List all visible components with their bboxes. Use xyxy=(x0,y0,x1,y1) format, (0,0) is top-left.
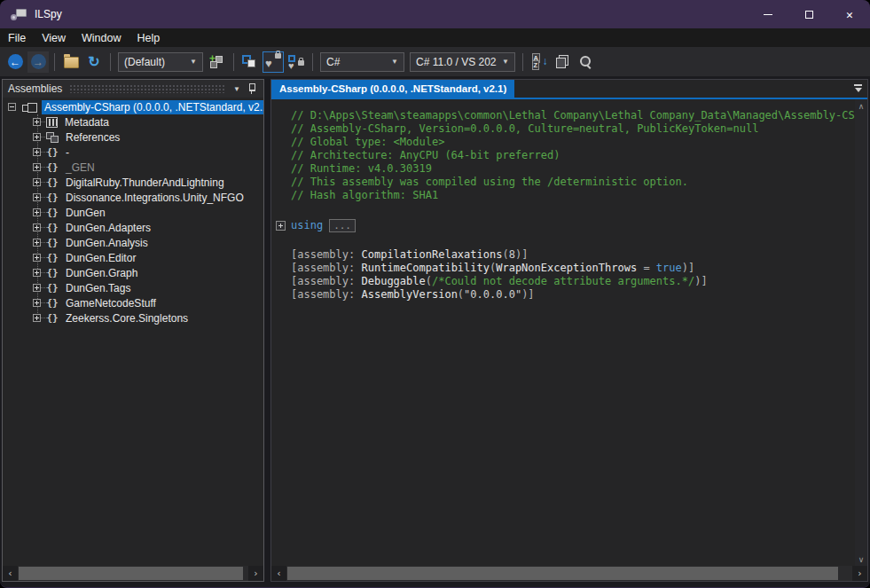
open-file-button[interactable] xyxy=(60,51,82,73)
menu-file[interactable]: File xyxy=(0,28,34,47)
maximize-button[interactable] xyxy=(788,0,829,28)
code-line: [assembly: RuntimeCompatibility(WrapNonE… xyxy=(271,262,855,275)
show-public-only-button[interactable]: ♥ xyxy=(263,51,284,73)
expand-icon[interactable] xyxy=(33,254,41,262)
expand-icon[interactable] xyxy=(33,178,41,186)
chevron-down-icon: ▼ xyxy=(391,58,398,66)
app-window: ILSpy ✕ File View Window Help ← → ↻ (Def… xyxy=(0,0,870,588)
language-dropdown[interactable]: C# ▼ xyxy=(320,52,404,72)
scroll-thumb[interactable] xyxy=(287,567,838,580)
tab-assembly-csharp[interactable]: Assembly-CSharp (0.0.0.0, .NETStandard, … xyxy=(271,80,514,98)
collapsed-region-box[interactable]: ... xyxy=(329,219,356,232)
forward-button[interactable]: → xyxy=(27,51,49,73)
expand-icon[interactable] xyxy=(33,118,41,126)
refresh-button[interactable]: ↻ xyxy=(83,51,105,73)
namespace-icon: {} xyxy=(46,267,59,278)
using-directives-collapsed: using... xyxy=(271,217,855,234)
tree-item-dissonance-integrations-unity-nfgo[interactable]: {}Dissonance.Integrations.Unity_NFGO xyxy=(3,190,263,205)
show-internal-types-button[interactable] xyxy=(239,51,261,73)
expand-icon[interactable] xyxy=(33,208,41,216)
scroll-up-icon[interactable]: ∧ xyxy=(855,99,867,113)
code-line: // This assembly was compiled using the … xyxy=(271,176,855,189)
expand-icon[interactable] xyxy=(33,163,41,171)
namespace-icon: {} xyxy=(46,282,59,294)
collapse-all-button[interactable] xyxy=(552,51,573,73)
assembly-list-dropdown[interactable]: (Default) ▼ xyxy=(118,52,203,72)
metadata-icon xyxy=(46,117,58,128)
titlebar: ILSpy ✕ xyxy=(0,0,870,28)
using-keyword: using xyxy=(291,219,323,232)
search-button[interactable] xyxy=(575,51,596,73)
tree-item-dungen-graph[interactable]: {}DunGen.Graph xyxy=(3,265,263,280)
expand-icon[interactable] xyxy=(33,148,41,156)
namespace-icon: {} xyxy=(46,146,59,158)
assemblies-panel-header[interactable]: Assemblies ▼ xyxy=(3,80,263,98)
manage-assembly-lists-button[interactable]: + xyxy=(207,51,228,73)
expand-icon[interactable] xyxy=(276,221,286,231)
scroll-thumb[interactable] xyxy=(19,567,243,580)
namespace-icon: {} xyxy=(46,312,59,324)
expand-icon[interactable] xyxy=(33,239,41,247)
add-assembly-icon: + xyxy=(209,55,225,69)
expand-icon[interactable] xyxy=(33,299,41,307)
collapse-all-icon xyxy=(555,55,569,68)
tab-list-icon[interactable] xyxy=(854,84,862,92)
tree-item-references[interactable]: References xyxy=(3,129,263,145)
expand-icon[interactable] xyxy=(33,314,41,322)
tree-item-dungen-adapters[interactable]: {}DunGen.Adapters xyxy=(3,220,263,235)
expand-icon[interactable] xyxy=(33,284,41,292)
tree-item-dungen-analysis[interactable]: {}DunGen.Analysis xyxy=(3,235,263,250)
tree-item-zeekerss-core-singletons[interactable]: {}Zeekerss.Core.Singletons xyxy=(3,310,263,325)
assemblies-panel-title: Assemblies xyxy=(8,82,62,95)
scroll-right-icon[interactable]: › xyxy=(248,566,263,581)
expand-icon[interactable] xyxy=(33,269,41,277)
namespace-icon: {} xyxy=(46,207,59,218)
show-internal-types-icon xyxy=(242,55,258,69)
toolbar-separator xyxy=(522,53,523,71)
namespace-icon: {} xyxy=(46,237,59,248)
tree-item-label: Dissonance.Integrations.Unity_NFGO xyxy=(63,191,247,205)
show-public-only-icon: ♥ xyxy=(265,55,281,69)
tree-item--[interactable]: {}- xyxy=(3,145,263,160)
namespace-icon: {} xyxy=(46,161,59,173)
code-content: // D:\Apps\Steam\steamapps\common\Lethal… xyxy=(271,99,855,566)
scroll-left-icon[interactable]: ‹ xyxy=(271,566,286,581)
scroll-down-icon[interactable]: ∨ xyxy=(855,553,867,566)
expand-icon[interactable] xyxy=(33,133,41,141)
scroll-track[interactable] xyxy=(286,566,852,581)
language-value: C# xyxy=(326,56,386,68)
menu-window[interactable]: Window xyxy=(74,28,129,47)
code-line: [assembly: AssemblyVersion("0.0.0.0")] xyxy=(271,288,855,302)
namespace-icon: {} xyxy=(46,297,59,309)
code-line-blank xyxy=(271,235,855,248)
sort-assemblies-button[interactable]: AZ↓ xyxy=(529,51,550,73)
expand-icon[interactable] xyxy=(33,223,41,231)
tree-item--gen[interactable]: {}_GEN xyxy=(3,160,263,175)
menu-help[interactable]: Help xyxy=(129,28,169,47)
tree-item-gamenetcodestuff[interactable]: {}GameNetcodeStuff xyxy=(3,295,263,310)
menu-view[interactable]: View xyxy=(34,28,74,47)
pin-icon[interactable] xyxy=(247,83,256,94)
scroll-right-icon[interactable]: › xyxy=(852,566,867,581)
close-button[interactable]: ✕ xyxy=(829,0,870,28)
tree-item-label: DunGen.Tags xyxy=(63,281,133,295)
tree-item-metadata[interactable]: Metadata xyxy=(3,114,263,129)
assemblies-hscrollbar: ‹ › xyxy=(3,566,263,581)
scroll-left-icon[interactable]: ‹ xyxy=(3,566,18,581)
namespace-icon: {} xyxy=(46,252,59,263)
expand-icon[interactable] xyxy=(33,193,41,201)
tree-item-dungen[interactable]: {}DunGen xyxy=(3,205,263,220)
show-all-members-button[interactable]: ♥ xyxy=(286,51,307,73)
tree-item-root[interactable]: Assembly-CSharp (0.0.0.0, .NETStandard, … xyxy=(3,99,263,114)
collapse-expander-icon[interactable] xyxy=(8,103,16,111)
tree-item-label: Zeekerss.Core.Singletons xyxy=(63,311,191,325)
minimize-button[interactable] xyxy=(748,0,788,28)
tree-item-digitalruby-thunderandlightning[interactable]: {}DigitalRuby.ThunderAndLightning xyxy=(3,175,263,190)
editor-panel: Assembly-CSharp (0.0.0.0, .NETStandard, … xyxy=(270,79,868,582)
panel-menu-icon[interactable]: ▼ xyxy=(226,85,247,93)
language-version-dropdown[interactable]: C# 11.0 / VS 2022. ▼ xyxy=(410,52,515,72)
tree-item-dungen-editor[interactable]: {}DunGen.Editor xyxy=(3,250,263,265)
tree-item-dungen-tags[interactable]: {}DunGen.Tags xyxy=(3,280,263,295)
scroll-track[interactable] xyxy=(18,566,248,581)
back-button[interactable]: ← xyxy=(4,51,26,73)
